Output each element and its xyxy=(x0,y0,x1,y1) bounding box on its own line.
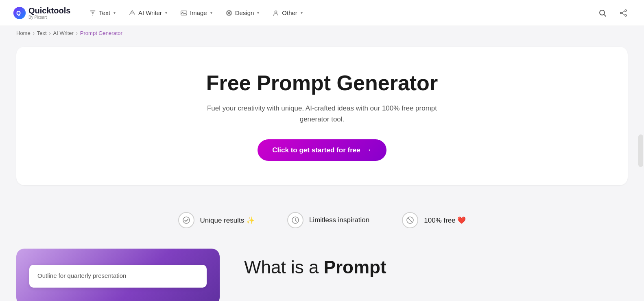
right-title-bold: Prompt xyxy=(324,257,386,277)
nav-design-chevron: ▾ xyxy=(257,11,259,15)
nav-item-design[interactable]: Design ▾ xyxy=(220,6,265,20)
search-icon xyxy=(598,9,607,17)
input-card: Outline for quarterly presentation xyxy=(16,249,220,301)
svg-point-13 xyxy=(275,11,277,13)
nav-design-label: Design xyxy=(235,9,254,16)
svg-text:Q: Q xyxy=(16,10,21,16)
hero-cta-button[interactable]: Click to get started for free → xyxy=(258,139,386,161)
logo-main-text: Quicktools xyxy=(28,6,70,15)
nav-ai-writer-chevron: ▾ xyxy=(165,11,167,15)
hero-subtitle: Fuel your creativity with unique, AI-cra… xyxy=(200,103,444,125)
nav-right xyxy=(595,6,631,20)
nav-items: Text ▾ AI Writer ▾ Image ▾ xyxy=(83,6,595,20)
nav-ai-writer-label: AI Writer xyxy=(138,9,162,16)
nav-other-label: Other xyxy=(282,9,297,16)
image-icon xyxy=(180,9,188,17)
nav-text-label: Text xyxy=(99,9,110,16)
feature-free-icon xyxy=(402,212,418,228)
hero-title: Free Prompt Generator xyxy=(24,71,620,95)
feature-unique-icon xyxy=(178,212,194,228)
svg-rect-3 xyxy=(92,12,94,13)
nav-other-chevron: ▾ xyxy=(301,11,303,15)
svg-line-19 xyxy=(622,13,625,15)
breadcrumb-sep-1: › xyxy=(33,30,35,36)
logo[interactable]: Q Quicktools By Picsart xyxy=(13,6,70,19)
svg-rect-5 xyxy=(92,15,93,15)
nav-image-chevron: ▾ xyxy=(210,11,212,15)
svg-line-15 xyxy=(604,14,606,16)
logo-icon: Q xyxy=(13,6,26,19)
hero-cta-label: Click to get started for free xyxy=(272,146,360,154)
design-icon xyxy=(225,9,233,17)
svg-line-20 xyxy=(622,11,625,13)
ai-writer-icon xyxy=(129,9,136,17)
features-section: Unique results ✨ Limitless inspiration 1… xyxy=(0,192,644,249)
right-title-regular: What is a xyxy=(244,257,324,277)
breadcrumb-text[interactable]: Text xyxy=(37,30,47,36)
svg-point-16 xyxy=(625,10,627,11)
svg-point-21 xyxy=(183,217,190,223)
breadcrumb: Home › Text › AI Writer › Prompt Generat… xyxy=(0,26,644,40)
svg-point-18 xyxy=(620,12,622,14)
navbar: Q Quicktools By Picsart Text ▾ xyxy=(0,0,644,26)
search-button[interactable] xyxy=(595,6,610,20)
svg-point-25 xyxy=(295,220,296,221)
breadcrumb-home[interactable]: Home xyxy=(16,30,31,36)
feature-unique: Unique results ✨ xyxy=(178,212,255,228)
feature-limitless-icon xyxy=(287,212,303,228)
logo-sub-text: By Picsart xyxy=(28,15,70,19)
breadcrumb-sep-2: › xyxy=(49,30,51,36)
svg-line-27 xyxy=(408,218,412,222)
right-section-title: What is a Prompt xyxy=(244,257,628,278)
feature-unique-label: Unique results ✨ xyxy=(200,216,255,225)
nav-image-label: Image xyxy=(190,9,207,16)
hero-cta-arrow: → xyxy=(365,146,372,154)
nav-item-ai-writer[interactable]: AI Writer ▾ xyxy=(123,6,173,20)
nav-item-text[interactable]: Text ▾ xyxy=(83,6,121,20)
svg-point-17 xyxy=(625,15,627,16)
bottom-section: Outline for quarterly presentation What … xyxy=(0,249,644,301)
breadcrumb-current: Prompt Generator xyxy=(80,30,122,36)
feature-limitless: Limitless inspiration xyxy=(287,212,369,228)
breadcrumb-sep-3: › xyxy=(76,30,78,36)
prompt-input-text: Outline for quarterly presentation xyxy=(37,272,126,279)
feature-free-label: 100% free ❤️ xyxy=(424,216,466,225)
right-text-section: What is a Prompt xyxy=(244,249,628,278)
text-icon xyxy=(89,9,96,17)
nav-text-chevron: ▾ xyxy=(114,11,116,15)
svg-rect-4 xyxy=(92,13,94,14)
share-button[interactable] xyxy=(616,6,631,20)
other-icon xyxy=(272,9,279,17)
scrollbar[interactable] xyxy=(638,134,643,167)
nav-item-other[interactable]: Other ▾ xyxy=(266,6,308,20)
prompt-input-field[interactable]: Outline for quarterly presentation xyxy=(29,265,207,288)
breadcrumb-ai-writer[interactable]: AI Writer xyxy=(53,30,74,36)
share-icon xyxy=(620,9,628,17)
feature-limitless-label: Limitless inspiration xyxy=(309,216,369,224)
hero-section: Free Prompt Generator Fuel your creativi… xyxy=(16,47,628,185)
nav-item-image[interactable]: Image ▾ xyxy=(175,6,218,20)
svg-rect-2 xyxy=(90,10,96,11)
feature-free: 100% free ❤️ xyxy=(402,212,466,228)
